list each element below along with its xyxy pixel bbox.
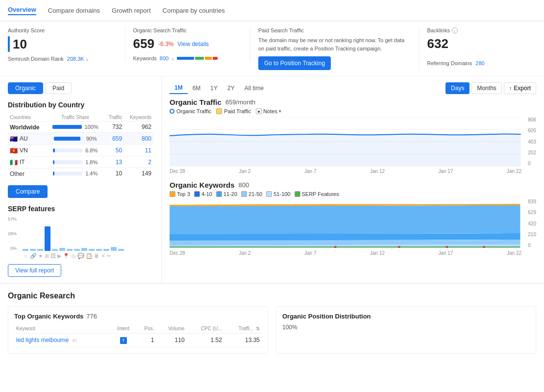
paid-card: Paid Search Traffic The domain may be ne… [250, 27, 420, 70]
view-full-report-btn[interactable]: View full report [8, 264, 61, 277]
compare-btn[interactable]: Compare [8, 185, 48, 198]
x-label-6: Jan 22 [507, 169, 521, 174]
kw-col-traffic: Traffi... ⇅ [224, 324, 262, 334]
nav-compare-domains[interactable]: Compare domains [48, 7, 100, 14]
kw-11-20-label: 11-20 [223, 191, 237, 197]
serp-icon-7: 📍 [63, 253, 70, 259]
kw-top3-label: Top 3 [177, 191, 190, 197]
nav-overview[interactable]: Overview [8, 6, 36, 15]
kw-legend-serp[interactable]: SERP Features [295, 191, 339, 197]
serp-icon-10: 📋 [86, 253, 93, 259]
time-6m[interactable]: 6M [188, 83, 206, 94]
kw-21-50-label: 21-50 [248, 191, 262, 197]
traffic-x-axis: Dec 28 Jan 2 Jan 7 Jan 12 Jan 17 Jan 22 [170, 169, 536, 174]
country-name-cell: Other [8, 168, 47, 179]
filter-icon[interactable]: ⇅ [256, 326, 260, 331]
serp-bar [30, 249, 36, 251]
x-label-4: Jan 12 [370, 169, 385, 174]
kw-intent-cell: T [111, 333, 136, 347]
keyword-link[interactable]: led lights melbourne [16, 337, 69, 343]
serp-icon-12: ✕ [101, 253, 105, 259]
table-row: 🇦🇺AU90%659800 [8, 133, 153, 145]
x-label-5: Jan 17 [438, 169, 453, 174]
backlinks-label: Backlinks [427, 27, 450, 33]
distribution-section: Distribution by Country Countries Traffi… [8, 101, 153, 179]
keywords-value: 800 [160, 55, 169, 61]
left-panel: Organic Paid Distribution by Country Cou… [0, 76, 162, 283]
tab-organic[interactable]: Organic [8, 82, 43, 94]
country-label: Other [10, 171, 25, 177]
time-1m[interactable]: 1M [170, 82, 188, 94]
serp-bar [118, 249, 124, 251]
kw-traffic-cell: 13.35 [224, 333, 262, 347]
keywords-count-cell: 800 [124, 133, 153, 145]
country-label: VN [20, 147, 28, 154]
main-content: Organic Paid Distribution by Country Cou… [0, 76, 544, 283]
authority-label: Authority Score [8, 27, 117, 33]
kw-col-cpc: CPC (U... [187, 324, 224, 334]
distribution-table: Countries Traffic Share Traffic Keywords… [8, 114, 153, 179]
kw-chart: 8396294202100 [170, 199, 536, 249]
legend-organic[interactable]: Organic Traffic [170, 108, 211, 114]
organic-traffic-title: Organic Traffic [170, 98, 222, 106]
intent-badge: T [120, 337, 127, 344]
traffic-cell: 10 [104, 168, 124, 179]
organic-change: -6.3% [158, 41, 173, 48]
col-traffic: Traffic [104, 114, 124, 122]
serp-icon-13: ✏ [107, 253, 111, 259]
legend-paid[interactable]: Paid Traffic [216, 108, 251, 114]
backlinks-card: Backlinks i 632 Referring Domains 280 [420, 27, 537, 66]
top-kw-count: 776 [86, 313, 97, 320]
semrush-rank: Semrush Domain Rank 208.3K ↓ [8, 56, 117, 62]
table-row: 🇮🇹IT1.8%132 [8, 156, 153, 168]
backlinks-value: 632 [427, 36, 537, 51]
table-row: Other1.4%10149 [8, 168, 153, 179]
view-months-btn[interactable]: Months [471, 82, 501, 94]
time-1y[interactable]: 1Y [205, 83, 223, 94]
notes-chevron-icon: ▾ [279, 109, 281, 114]
table-row: Worldwide100%732962 [8, 122, 153, 133]
info-icon: i [452, 27, 458, 33]
traffic-share-cell: 6.8% [47, 145, 104, 156]
serp-bar [37, 249, 43, 251]
kw-legend-4-10[interactable]: 4-10 [194, 191, 212, 197]
legend-notes[interactable]: ■ Notes ▾ [256, 108, 281, 114]
organic-label: Organic Search Traffic [133, 27, 243, 33]
kw-legend-11-20[interactable]: 11-20 [216, 191, 237, 197]
keywords-count-cell: 2 [124, 156, 153, 168]
traffic-cell: 732 [104, 122, 124, 133]
nav-growth-report[interactable]: Growth report [112, 7, 150, 14]
tab-paid[interactable]: Paid [45, 82, 72, 94]
serp-icon-5: 🖼 [50, 253, 56, 259]
kw-legend-51-100[interactable]: 51-100 [266, 191, 290, 197]
time-nav-row: 1M 6M 1Y 2Y All time Days Months ↑ Expor… [170, 82, 536, 94]
view-days-btn[interactable]: Days [445, 82, 470, 94]
nav-compare-countries[interactable]: Compare by countries [163, 7, 225, 14]
metrics-row: Authority Score 10 Semrush Domain Rank 2… [0, 22, 544, 76]
view-details-link[interactable]: View details [177, 41, 209, 48]
kw-chart-svg [170, 199, 536, 248]
go-to-position-tracking-btn[interactable]: Go to Position Tracking [258, 56, 331, 70]
top-keywords-panel: Top Organic Keywords 776 Keyword Intent … [8, 306, 268, 354]
flag-icon: 🇻🇳 [10, 147, 18, 154]
kw-legend-21-50[interactable]: 21-50 [241, 191, 262, 197]
time-2y[interactable]: 2Y [223, 83, 240, 94]
serp-bar [81, 248, 87, 251]
kw-value: 800 [239, 181, 249, 189]
time-all[interactable]: All time [240, 83, 269, 94]
export-btn[interactable]: ↑ Export [504, 82, 536, 94]
table-row: led lights melbourne 🏷 T 1 110 1.52 13.3… [14, 333, 262, 347]
referring-domains-value: 280 [475, 60, 484, 66]
traffic-cell: 13 [104, 156, 124, 168]
serp-bar [103, 249, 109, 251]
serp-bar [59, 248, 65, 251]
serp-bar [111, 247, 117, 251]
traffic-cell: 659 [104, 133, 124, 145]
right-panel: 1M 6M 1Y 2Y All time Days Months ↑ Expor… [162, 76, 544, 283]
kw-col-keyword: Keyword [14, 324, 111, 334]
country-label: IT [20, 159, 25, 166]
kw-legend-top3[interactable]: Top 3 [170, 191, 190, 197]
flag-icon: 🇮🇹 [10, 159, 18, 166]
kw-col-intent: Intent [111, 324, 136, 334]
kw-cpc-cell: 1.52 [187, 333, 224, 347]
